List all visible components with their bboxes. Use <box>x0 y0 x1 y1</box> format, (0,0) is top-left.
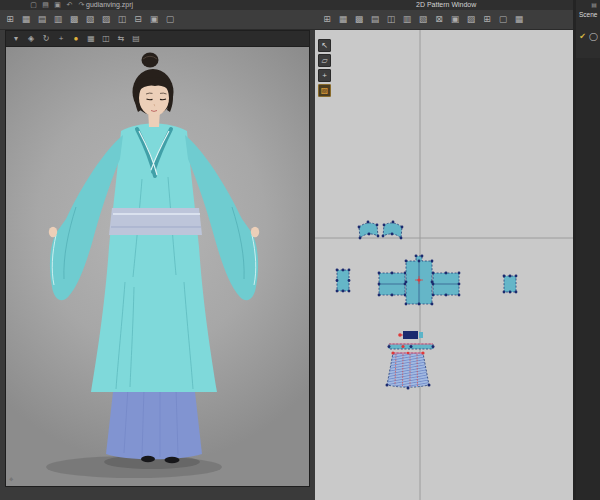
pattern-piece-skirt[interactable] <box>386 351 431 389</box>
edit-sewing-tool-icon[interactable]: ▨ <box>318 84 331 97</box>
pattern-piece-belt[interactable] <box>398 331 423 339</box>
viewport-3d-toolbar: ▾◈↻+●▦◫⇆▤ <box>6 31 309 47</box>
left-hand <box>49 227 57 237</box>
scale-gizmo-icon[interactable]: + <box>55 33 67 45</box>
pattern-piece-collar-left[interactable] <box>358 221 380 240</box>
pattern-2d-canvas[interactable] <box>315 30 573 500</box>
app-window: { "titlebar": { "file_title": "gudianvin… <box>0 0 600 500</box>
show-mesh-icon[interactable]: ▤ <box>35 12 49 26</box>
main-toolbar: ⊞▦▤▥▩▧▨◫⊟▣▢ ⊞▦▩▤◫▥▧⊠▣▨⊞▢▦ ▤ <box>0 10 600 30</box>
show-garment-icon[interactable]: ▦ <box>19 12 33 26</box>
visibility-check-icon[interactable]: ✔ <box>579 32 586 41</box>
pattern-piece-bodice[interactable] <box>405 255 434 306</box>
rotate-gizmo-icon[interactable]: ↻ <box>40 33 52 45</box>
sync-icon[interactable]: ▦ <box>512 12 526 26</box>
pattern-piece-collar-right[interactable] <box>382 221 404 240</box>
pattern-piece-side-panel-right[interactable] <box>503 275 518 294</box>
right-shoe <box>165 457 180 463</box>
pattern-piece-side-panel-left[interactable] <box>336 269 351 293</box>
titlebar: ▢▤▣↶↷ gudianving.zprj 2D Pattern Window <box>0 0 600 10</box>
display-mode-icon[interactable]: ▦ <box>85 33 97 45</box>
pattern-2d-window: ↖▱+▨ <box>315 30 573 500</box>
texture-view-icon[interactable]: ▥ <box>51 12 65 26</box>
file-title: gudianving.zprj <box>86 1 133 8</box>
show-strain-icon[interactable]: ⊟ <box>131 12 145 26</box>
viewport-3d-window: ▾◈↻+●▦◫⇆▤ <box>5 30 310 487</box>
render-icon[interactable]: ▤ <box>130 33 142 45</box>
pattern-piece-sleeve-left[interactable] <box>378 272 407 297</box>
character-model[interactable] <box>49 53 259 464</box>
show-pressure-icon[interactable]: ▣ <box>147 12 161 26</box>
undo-icon[interactable]: ↶ <box>65 0 74 9</box>
waist-sash <box>109 208 202 235</box>
menu-dropdown-icon[interactable]: ▾ <box>10 33 22 45</box>
panel-menu-icon[interactable]: ▤ <box>591 1 597 8</box>
pattern-outline-icon[interactable]: ⊞ <box>320 12 334 26</box>
view-axis-icon[interactable]: ⌖ <box>9 475 14 485</box>
add-point-tool-icon[interactable]: + <box>318 69 331 82</box>
toolbar-3d-group: ⊞▦▤▥▩▧▨◫⊟▣▢ <box>3 12 177 26</box>
right-hand <box>251 227 259 237</box>
annotation-icon[interactable]: ▨ <box>464 12 478 26</box>
menu-icon-strip: ▢▤▣↶↷ <box>29 0 86 9</box>
pattern-mesh-icon[interactable]: ▣ <box>448 12 462 26</box>
move-gizmo-icon[interactable]: ◈ <box>25 33 37 45</box>
transform-pattern-tool-icon[interactable]: ↖ <box>318 39 331 52</box>
ruler-icon[interactable]: ⊞ <box>480 12 494 26</box>
left-shoe <box>141 456 155 462</box>
pattern-side-toolbar: ↖▱+▨ <box>318 39 331 97</box>
simulate-icon[interactable]: ● <box>70 33 82 45</box>
grainline-icon[interactable]: ▦ <box>336 12 350 26</box>
baseline-icon[interactable]: ◫ <box>384 12 398 26</box>
wireframe-view-icon[interactable]: ▩ <box>67 12 81 26</box>
redo-icon[interactable]: ↷ <box>77 0 86 9</box>
toolbar-2d-group: ⊞▦▩▤◫▥▧⊠▣▨⊞▢▦ <box>320 12 526 26</box>
pattern-window-title: 2D Pattern Window <box>416 1 476 8</box>
snap-icon[interactable]: ⇆ <box>115 33 127 45</box>
show-avatar-icon[interactable]: ⊞ <box>3 12 17 26</box>
pattern-piece-sleeve-right[interactable] <box>432 272 461 297</box>
grid-snap-icon[interactable]: ▥ <box>400 12 414 26</box>
show-gizmo-icon[interactable]: ▢ <box>163 12 177 26</box>
save-file-icon[interactable]: ▣ <box>53 0 62 9</box>
scene-panel-body <box>576 58 600 500</box>
scene-grid-icon[interactable]: ▧ <box>83 12 97 26</box>
notch-icon[interactable]: ▤ <box>368 12 382 26</box>
camera-view-icon[interactable]: ◫ <box>100 33 112 45</box>
viewport-3d-canvas[interactable]: ⌖ <box>6 47 309 486</box>
show-seams-icon[interactable]: ◫ <box>115 12 129 26</box>
layout-icon[interactable]: ▢ <box>496 12 510 26</box>
character-render <box>6 47 309 486</box>
hair-bun <box>142 53 159 68</box>
show-sewing-icon[interactable]: ▧ <box>416 12 430 26</box>
pattern-piece-waistband[interactable] <box>388 344 435 349</box>
new-file-icon[interactable]: ▢ <box>29 0 38 9</box>
texture-2d-icon[interactable]: ⊠ <box>432 12 446 26</box>
seamline-icon[interactable]: ▩ <box>352 12 366 26</box>
scene-item-row: ✔◯ <box>576 18 600 41</box>
open-file-icon[interactable]: ▤ <box>41 0 50 9</box>
edit-pattern-tool-icon[interactable]: ▱ <box>318 54 331 67</box>
scene-panel: ▤ Scene ✔◯ <box>576 0 600 500</box>
avatar-circle-icon[interactable]: ◯ <box>589 32 598 41</box>
show-pins-icon[interactable]: ▨ <box>99 12 113 26</box>
